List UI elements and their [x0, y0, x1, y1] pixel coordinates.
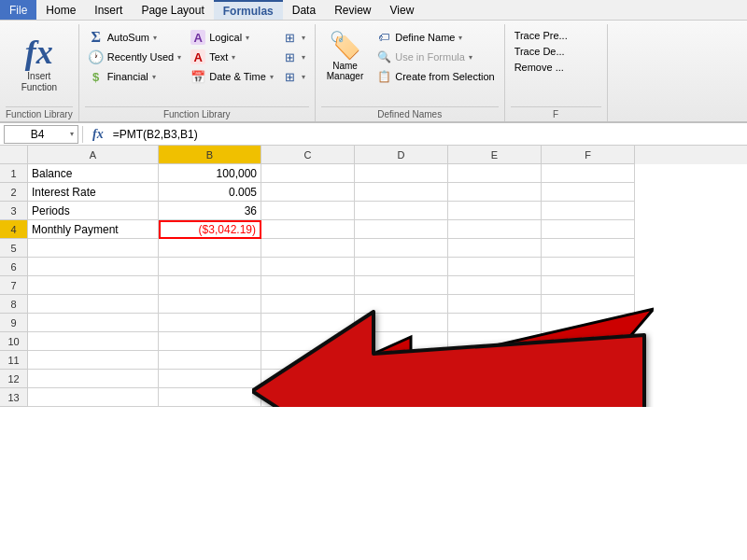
cell-d1[interactable]: [355, 164, 448, 183]
menu-review[interactable]: Review: [325, 0, 380, 20]
cell-e12[interactable]: [448, 370, 542, 388]
cell-b12[interactable]: [159, 370, 261, 388]
cell-c4[interactable]: [261, 220, 355, 239]
cell-b7[interactable]: [159, 276, 261, 295]
lookup-dropdown[interactable]: ▾: [302, 73, 305, 81]
col-header-e[interactable]: E: [448, 146, 542, 164]
cell-a10[interactable]: [28, 332, 159, 351]
cell-f2[interactable]: [542, 183, 635, 202]
cell-c5[interactable]: [261, 239, 355, 258]
row-header-8[interactable]: 8: [0, 295, 28, 314]
cell-e7[interactable]: [448, 276, 542, 295]
cell-a1[interactable]: Balance: [28, 164, 159, 183]
cell-b8[interactable]: [159, 295, 261, 314]
row-header-2[interactable]: 2: [0, 183, 28, 202]
cell-c6[interactable]: [261, 258, 355, 276]
cell-d9[interactable]: [355, 314, 448, 332]
menu-page-layout[interactable]: Page Layout: [132, 0, 213, 20]
row-header-10[interactable]: 10: [0, 332, 28, 351]
menu-home[interactable]: Home: [36, 0, 85, 20]
col-header-a[interactable]: A: [28, 146, 159, 164]
row-header-13[interactable]: 13: [0, 388, 28, 407]
cell-c13[interactable]: [261, 388, 355, 407]
cell-e8[interactable]: [448, 295, 542, 314]
formula-input[interactable]: [113, 128, 743, 141]
cell-d13[interactable]: [355, 388, 448, 407]
col-header-b[interactable]: B: [159, 146, 261, 164]
cell-f7[interactable]: [542, 276, 635, 295]
define-name-dropdown[interactable]: ▾: [458, 34, 462, 42]
col-header-d[interactable]: D: [355, 146, 448, 164]
cell-c1[interactable]: [261, 164, 355, 183]
remove-arrows-button[interactable]: Remove ...: [511, 60, 571, 75]
more-functions-button[interactable]: ⊞ ▾: [279, 48, 309, 66]
cell-f13[interactable]: [542, 388, 635, 407]
cell-d4[interactable]: [355, 220, 448, 239]
cell-b4[interactable]: ($3,042.19): [159, 220, 261, 239]
cell-b10[interactable]: [159, 332, 261, 351]
cell-a13[interactable]: [28, 388, 159, 407]
use-in-formula-dropdown[interactable]: ▾: [469, 53, 472, 62]
cell-c12[interactable]: [261, 370, 355, 388]
cell-a6[interactable]: [28, 258, 159, 276]
cell-d2[interactable]: [355, 183, 448, 202]
logical-dropdown[interactable]: ▾: [246, 34, 249, 42]
cell-e10[interactable]: [448, 332, 542, 351]
trace-dependents-button[interactable]: Trace De...: [511, 44, 571, 59]
cell-d7[interactable]: [355, 276, 448, 295]
menu-insert[interactable]: Insert: [85, 0, 132, 20]
row-header-1[interactable]: 1: [0, 164, 28, 183]
cell-d5[interactable]: [355, 239, 448, 258]
use-in-formula-button[interactable]: 🔍 Use in Formula ▾: [373, 48, 498, 66]
cell-b5[interactable]: [159, 239, 261, 258]
menu-view[interactable]: View: [381, 0, 424, 20]
cell-b13[interactable]: [159, 388, 261, 407]
cell-a7[interactable]: [28, 276, 159, 295]
cell-c3[interactable]: [261, 202, 355, 220]
cell-c9[interactable]: [261, 314, 355, 332]
cell-b3[interactable]: 36: [159, 202, 261, 220]
row-header-4[interactable]: 4: [0, 220, 28, 239]
cell-d8[interactable]: [355, 295, 448, 314]
cell-d11[interactable]: [355, 351, 448, 370]
cell-a11[interactable]: [28, 351, 159, 370]
cell-b2[interactable]: 0.005: [159, 183, 261, 202]
row-header-6[interactable]: 6: [0, 258, 28, 276]
cell-e4[interactable]: [448, 220, 542, 239]
cell-a4[interactable]: Monthly Payment: [28, 220, 159, 239]
autosum-dropdown[interactable]: ▾: [153, 34, 157, 42]
financial-dropdown[interactable]: ▾: [152, 73, 156, 81]
col-header-c[interactable]: C: [261, 146, 355, 164]
cell-c11[interactable]: [261, 351, 355, 370]
row-header-12[interactable]: 12: [0, 370, 28, 388]
col-header-f[interactable]: F: [542, 146, 635, 164]
cell-e9[interactable]: [448, 314, 542, 332]
row-header-11[interactable]: 11: [0, 351, 28, 370]
cell-f10[interactable]: [542, 332, 635, 351]
cell-f5[interactable]: [542, 239, 635, 258]
math-button[interactable]: ⊞ ▾: [279, 28, 309, 47]
cell-e6[interactable]: [448, 258, 542, 276]
cell-c8[interactable]: [261, 295, 355, 314]
cell-e2[interactable]: [448, 183, 542, 202]
cell-a5[interactable]: [28, 239, 159, 258]
cell-e3[interactable]: [448, 202, 542, 220]
cell-f9[interactable]: [542, 314, 635, 332]
row-header-5[interactable]: 5: [0, 239, 28, 258]
cell-c10[interactable]: [261, 332, 355, 351]
cell-f12[interactable]: [542, 370, 635, 388]
create-from-selection-button[interactable]: 📋 Create from Selection: [373, 67, 498, 86]
recently-used-dropdown[interactable]: ▾: [177, 53, 181, 62]
cell-f4[interactable]: [542, 220, 635, 239]
date-time-dropdown[interactable]: ▾: [270, 73, 274, 81]
cell-b11[interactable]: [159, 351, 261, 370]
cell-d10[interactable]: [355, 332, 448, 351]
lookup-button[interactable]: ⊞ ▾: [279, 67, 309, 86]
cell-a9[interactable]: [28, 314, 159, 332]
cell-e5[interactable]: [448, 239, 542, 258]
name-manager-button[interactable]: 🏷️ NameManager: [321, 28, 369, 83]
cell-e13[interactable]: [448, 388, 542, 407]
math-dropdown[interactable]: ▾: [302, 34, 305, 42]
more-functions-dropdown[interactable]: ▾: [302, 53, 305, 62]
cell-d3[interactable]: [355, 202, 448, 220]
